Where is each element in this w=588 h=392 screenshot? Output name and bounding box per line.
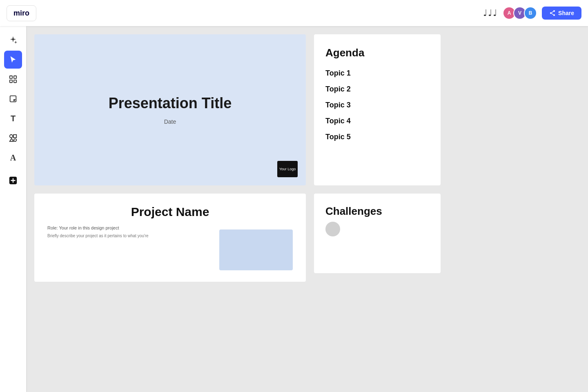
- svg-rect-6: [14, 76, 16, 78]
- music-icon: ♩♩♩: [483, 8, 498, 18]
- sidebar-item-font[interactable]: A: [4, 149, 22, 167]
- text-icon: T: [11, 114, 16, 123]
- svg-rect-11: [13, 135, 16, 138]
- project-text: Role: Your role in this design project B…: [47, 225, 211, 239]
- project-slide[interactable]: Project Name Role: Your role in this des…: [34, 194, 306, 282]
- svg-point-0: [550, 12, 552, 14]
- add-icon: [9, 176, 18, 185]
- presentation-title: Presentation Title: [109, 95, 232, 112]
- cursor-icon: [9, 55, 18, 64]
- sidebar-item-select[interactable]: [4, 51, 22, 69]
- agenda-item-3: Topic 3: [325, 101, 429, 109]
- agenda-item-2: Topic 2: [325, 85, 429, 94]
- challenges-card[interactable]: Challenges: [314, 194, 441, 273]
- svg-rect-5: [10, 76, 12, 78]
- share-label: Share: [558, 10, 574, 16]
- svg-point-10: [10, 135, 13, 138]
- sidebar: T A: [0, 26, 26, 392]
- slides-row-2: Project Name Role: Your role in this des…: [34, 194, 580, 282]
- sidebar-item-text[interactable]: T: [4, 109, 22, 127]
- avatar-group: A V B: [503, 7, 537, 20]
- share-icon: [549, 10, 556, 16]
- shapes-icon: [9, 134, 18, 143]
- canvas: Presentation Title Date Your Logo Agenda…: [26, 26, 588, 392]
- avatar: B: [524, 7, 537, 20]
- challenges-title: Challenges: [325, 205, 429, 218]
- svg-line-4: [552, 13, 553, 15]
- presentation-slide[interactable]: Presentation Title Date Your Logo: [34, 34, 306, 185]
- magic-icon: [9, 36, 18, 45]
- sidebar-item-add[interactable]: [4, 172, 22, 189]
- agenda-title: Agenda: [325, 47, 429, 59]
- font-icon: A: [10, 153, 16, 163]
- svg-point-1: [553, 10, 555, 12]
- svg-line-3: [552, 11, 553, 13]
- project-image: [219, 229, 293, 270]
- svg-rect-8: [14, 80, 16, 82]
- sidebar-item-frames[interactable]: [4, 70, 22, 88]
- project-desc: Briefly describe your project as it pert…: [47, 233, 211, 239]
- agenda-item-1: Topic 1: [325, 69, 429, 78]
- agenda-item-4: Topic 4: [325, 117, 429, 125]
- sidebar-item-shapes[interactable]: [4, 129, 22, 147]
- sidebar-item-sticky[interactable]: [4, 90, 22, 108]
- presentation-date: Date: [164, 118, 176, 125]
- slide-logo: Your Logo: [277, 161, 298, 177]
- sidebar-item-magic[interactable]: [4, 31, 22, 49]
- svg-rect-7: [10, 80, 12, 82]
- sticky-icon: [9, 94, 18, 103]
- share-button[interactable]: Share: [542, 7, 581, 20]
- header-right: ♩♩♩ A V B Share: [483, 7, 581, 20]
- frames-icon: [9, 75, 18, 84]
- slides-row-1: Presentation Title Date Your Logo Agenda…: [34, 34, 580, 185]
- header: miro ♩♩♩ A V B Share: [0, 0, 588, 26]
- challenge-circle: [325, 222, 340, 236]
- project-title: Project Name: [47, 205, 293, 219]
- project-content: Role: Your role in this design project B…: [47, 225, 293, 270]
- project-role: Role: Your role in this design project: [47, 225, 211, 230]
- agenda-item-5: Topic 5: [325, 133, 429, 141]
- logo[interactable]: miro: [7, 5, 36, 21]
- svg-point-2: [553, 14, 555, 16]
- agenda-card[interactable]: Agenda Topic 1 Topic 2 Topic 3 Topic 4 T…: [314, 34, 441, 185]
- challenges-content: [325, 222, 429, 236]
- svg-rect-12: [14, 139, 16, 141]
- svg-rect-9: [10, 96, 16, 102]
